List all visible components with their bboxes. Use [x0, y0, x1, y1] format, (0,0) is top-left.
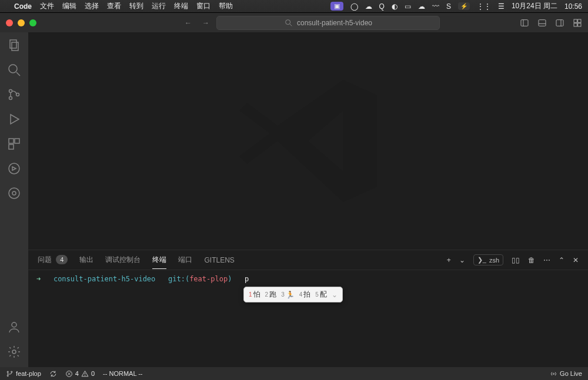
- svg-point-0: [286, 19, 290, 24]
- status-problems[interactable]: 4 0: [65, 370, 95, 378]
- nav-back-icon[interactable]: ←: [185, 19, 192, 27]
- status-sync[interactable]: [49, 370, 57, 378]
- status-circle-icon[interactable]: ◯: [350, 2, 358, 11]
- status-wechat-icon[interactable]: ☁: [365, 2, 372, 11]
- menu-window[interactable]: 窗口: [196, 1, 211, 11]
- status-go-live[interactable]: Go Live: [550, 370, 582, 378]
- prompt-arrow: ➜: [36, 275, 41, 283]
- ime-candidate[interactable]: 3🏃: [281, 291, 295, 299]
- vscode-logo-icon: [232, 65, 385, 217]
- tab-problems[interactable]: 问题 4: [38, 251, 68, 268]
- status-control-icon[interactable]: ☰: [498, 2, 505, 11]
- window-fullscreen-icon[interactable]: [29, 19, 36, 26]
- prompt-git-suffix: ): [228, 275, 232, 283]
- source-control-icon[interactable]: [7, 88, 21, 102]
- ime-candidate[interactable]: 4拍: [299, 290, 311, 300]
- broadcast-icon: [550, 370, 557, 378]
- status-q-icon[interactable]: Q: [379, 2, 385, 11]
- status-globe-icon[interactable]: ◐: [392, 2, 397, 11]
- terminal-body[interactable]: ➜ consult-patient-h5-video git:(feat-plo…: [28, 270, 588, 367]
- status-cloud-icon[interactable]: ☁: [418, 2, 425, 11]
- customize-layout-icon[interactable]: [573, 18, 582, 28]
- svg-point-14: [9, 65, 17, 73]
- tab-problems-label: 问题: [38, 255, 52, 264]
- status-branch[interactable]: feat-plop: [6, 370, 41, 378]
- svg-point-16: [9, 90, 12, 93]
- terminal-line: ➜ consult-patient-h5-video git:(feat-plo…: [36, 275, 580, 283]
- status-s-icon[interactable]: S: [446, 2, 451, 11]
- accounts-icon[interactable]: [7, 320, 21, 334]
- status-branch-name: feat-plop: [16, 370, 41, 377]
- svg-point-26: [12, 322, 16, 327]
- layout-sidebar-right-icon[interactable]: [555, 18, 564, 28]
- svg-line-15: [16, 72, 20, 76]
- live-share-icon[interactable]: [7, 162, 21, 176]
- menu-view[interactable]: 查看: [107, 1, 121, 11]
- ime-more-icon[interactable]: ⌄: [332, 291, 338, 299]
- status-wifi-icon[interactable]: ⋮⋮: [477, 2, 491, 11]
- status-error-count: 4: [75, 370, 79, 377]
- warning-icon: [81, 370, 89, 378]
- menu-select[interactable]: 选择: [85, 1, 99, 11]
- svg-line-1: [290, 24, 292, 26]
- svg-rect-2: [521, 19, 528, 26]
- statusbar: feat-plop 4 0 -- NORMAL -- Go Live: [0, 367, 588, 380]
- layout-sidebar-left-icon[interactable]: [520, 18, 529, 28]
- panel-tabs: 问题 4 输出 调试控制台 终端 端口 GITLENS + ⌄ ❯_ zsh ▯…: [28, 250, 588, 270]
- error-icon: [65, 370, 73, 378]
- app-name[interactable]: Code: [14, 2, 32, 11]
- menubar-date[interactable]: 10月24日 周二: [512, 1, 557, 11]
- svg-point-29: [7, 375, 8, 376]
- explorer-icon[interactable]: [7, 38, 21, 52]
- tab-ports[interactable]: 端口: [178, 251, 192, 268]
- command-center[interactable]: consult-patient-h5-video: [216, 16, 440, 30]
- tab-output[interactable]: 输出: [79, 251, 93, 268]
- ime-candidate[interactable]: 5配: [315, 290, 327, 300]
- menu-terminal[interactable]: 终端: [174, 1, 188, 11]
- settings-gear-icon[interactable]: [7, 345, 21, 359]
- menu-run[interactable]: 运行: [152, 1, 166, 11]
- ime-candidate[interactable]: 2跑: [265, 290, 277, 300]
- status-video-icon[interactable]: ▭: [405, 2, 411, 11]
- terminal-shell-pill[interactable]: ❯_ zsh: [473, 254, 503, 265]
- svg-rect-11: [578, 23, 581, 26]
- window-close-icon[interactable]: [6, 19, 13, 26]
- nav-forward-icon[interactable]: →: [202, 19, 209, 27]
- screen-record-icon[interactable]: ▣: [330, 2, 343, 11]
- extensions-icon[interactable]: [7, 137, 21, 151]
- svg-rect-4: [539, 19, 546, 26]
- status-go-live-label: Go Live: [560, 370, 582, 377]
- status-battery-icon[interactable]: ⚡: [458, 2, 470, 10]
- remote-explorer-icon[interactable]: [7, 186, 21, 200]
- window-minimize-icon[interactable]: [18, 19, 25, 26]
- menu-help[interactable]: 帮助: [219, 1, 233, 11]
- svg-rect-6: [556, 19, 563, 26]
- split-terminal-icon[interactable]: ▯▯: [512, 256, 520, 264]
- status-wave-icon[interactable]: 〰: [432, 2, 439, 11]
- svg-marker-19: [11, 115, 19, 124]
- run-debug-icon[interactable]: [7, 112, 21, 126]
- layout-panel-bottom-icon[interactable]: [537, 18, 547, 28]
- svg-point-28: [7, 371, 8, 372]
- macos-menubar: Code 文件 编辑 选择 查看 转到 运行 终端 窗口 帮助 ▣ ◯ ☁ Q …: [0, 0, 588, 13]
- menu-edit[interactable]: 编辑: [62, 1, 76, 11]
- menubar-time[interactable]: 10:56: [564, 2, 582, 11]
- ime-candidate[interactable]: 1怕: [249, 290, 260, 300]
- tab-terminal[interactable]: 终端: [152, 251, 166, 268]
- terminal-dropdown-icon[interactable]: ⌄: [459, 256, 465, 264]
- menu-file[interactable]: 文件: [40, 1, 54, 11]
- svg-point-30: [11, 371, 12, 372]
- tab-gitlens[interactable]: GITLENS: [204, 253, 234, 268]
- new-terminal-icon[interactable]: +: [447, 256, 451, 264]
- panel-more-icon[interactable]: ⋯: [543, 256, 550, 264]
- svg-point-24: [9, 188, 19, 199]
- ime-candidate-bar[interactable]: 1怕 2跑 3🏃 4拍 5配 ⌄: [243, 287, 343, 302]
- terminal-command: p: [245, 275, 249, 283]
- tab-debug-console[interactable]: 调试控制台: [105, 251, 141, 268]
- search-icon[interactable]: [7, 63, 21, 77]
- prompt-git-prefix: git:(: [168, 275, 189, 283]
- kill-terminal-icon[interactable]: 🗑: [528, 256, 535, 264]
- menu-goto[interactable]: 转到: [129, 1, 143, 11]
- panel-close-icon[interactable]: ✕: [573, 256, 579, 264]
- panel-maximize-icon[interactable]: ⌃: [559, 256, 564, 264]
